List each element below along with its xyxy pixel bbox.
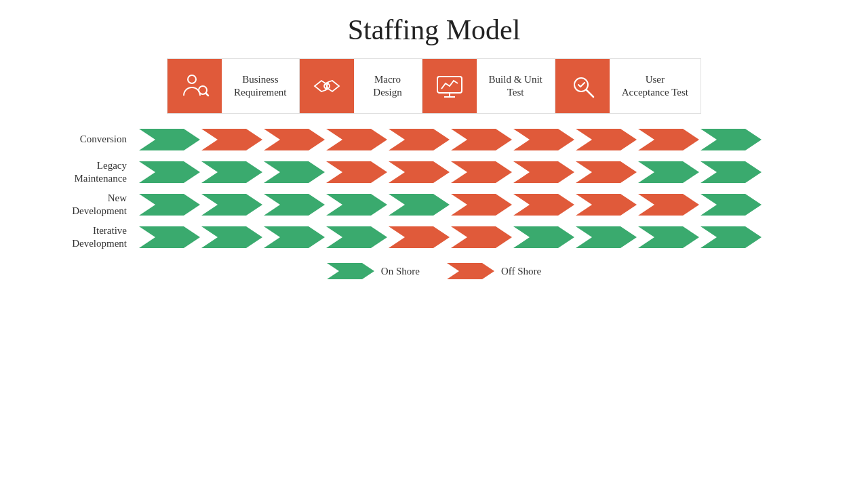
svg-marker-17 [638, 129, 699, 150]
offshore-arrow-icon [447, 260, 494, 282]
svg-marker-23 [389, 161, 450, 183]
svg-marker-13 [389, 129, 450, 150]
arrows-track [139, 159, 762, 186]
svg-marker-27 [638, 161, 699, 183]
svg-marker-47 [638, 226, 699, 248]
svg-marker-36 [576, 194, 637, 216]
svg-marker-9 [139, 129, 200, 150]
arrow-chevron [326, 159, 387, 186]
svg-marker-29 [139, 194, 200, 216]
arrows-track [139, 191, 762, 218]
onshore-arrow-icon [327, 260, 374, 282]
phase-business-req: BusinessRequirement [167, 59, 299, 113]
svg-marker-39 [139, 226, 200, 248]
arrow-chevron [638, 159, 699, 186]
data-row: IterativeDevelopment [27, 224, 848, 251]
svg-marker-34 [451, 194, 512, 216]
arrow-chevron [576, 224, 637, 251]
arrow-chevron [576, 191, 637, 218]
svg-marker-35 [513, 194, 574, 216]
phase-build-unit-test: Build & UnitTest [422, 59, 555, 113]
svg-marker-12 [326, 129, 387, 150]
phase-icon-business-req [167, 59, 222, 113]
arrow-chevron [513, 159, 574, 186]
svg-marker-43 [389, 226, 450, 248]
svg-marker-25 [513, 161, 574, 183]
arrow-chevron [326, 224, 387, 251]
arrow-chevron [638, 126, 699, 153]
phase-label-business-req: BusinessRequirement [222, 73, 298, 100]
arrow-chevron [513, 126, 574, 153]
arrow-chevron [201, 126, 262, 153]
arrow-chevron [326, 126, 387, 153]
page: Staffing Model BusinessRequirement [0, 0, 868, 488]
arrow-chevron [264, 126, 325, 153]
data-row: LegacyMaintenance [27, 159, 848, 186]
phases-header: BusinessRequirement MacroDesign [167, 58, 701, 114]
legend-onshore: On Shore [327, 260, 420, 282]
legend-offshore-label: Off Shore [501, 266, 541, 277]
arrow-chevron [389, 191, 450, 218]
arrow-chevron [576, 126, 637, 153]
svg-marker-49 [327, 263, 374, 279]
arrow-chevron [389, 126, 450, 153]
svg-marker-44 [451, 226, 512, 248]
arrows-track [139, 126, 762, 153]
phase-label-macro-design: MacroDesign [354, 73, 422, 100]
svg-marker-50 [447, 263, 494, 279]
arrow-chevron [139, 159, 200, 186]
arrow-chevron [201, 224, 262, 251]
svg-marker-21 [264, 161, 325, 183]
arrow-chevron [326, 191, 387, 218]
arrow-chevron [264, 191, 325, 218]
svg-marker-31 [264, 194, 325, 216]
monitor-chart-icon [435, 71, 465, 101]
svg-marker-24 [451, 161, 512, 183]
svg-point-0 [188, 75, 196, 83]
arrow-chevron [451, 126, 512, 153]
legend-onshore-label: On Shore [381, 266, 420, 277]
svg-marker-42 [326, 226, 387, 248]
svg-rect-4 [437, 77, 462, 93]
arrow-chevron [451, 191, 512, 218]
svg-marker-28 [701, 161, 762, 183]
svg-marker-32 [326, 194, 387, 216]
arrow-chevron [451, 159, 512, 186]
svg-marker-41 [264, 226, 325, 248]
magnify-gear-icon [568, 71, 597, 101]
svg-marker-33 [389, 194, 450, 216]
arrow-chevron [264, 224, 325, 251]
phase-icon-macro-design [300, 59, 354, 113]
arrow-chevron [139, 191, 200, 218]
svg-marker-45 [513, 226, 574, 248]
data-row: Conversion [27, 126, 848, 153]
arrow-chevron [638, 224, 699, 251]
arrow-chevron [389, 159, 450, 186]
arrow-chevron [576, 159, 637, 186]
arrow-chevron [513, 224, 574, 251]
svg-marker-20 [201, 161, 262, 183]
svg-marker-14 [451, 129, 512, 150]
arrow-chevron [201, 159, 262, 186]
svg-marker-30 [201, 194, 262, 216]
svg-marker-46 [576, 226, 637, 248]
arrow-chevron [139, 126, 200, 153]
svg-marker-11 [264, 129, 325, 150]
svg-line-8 [586, 90, 593, 98]
arrow-chevron [201, 191, 262, 218]
svg-marker-48 [701, 226, 762, 248]
svg-marker-40 [201, 226, 262, 248]
svg-marker-16 [576, 129, 637, 150]
phase-label-build-unit-test: Build & UnitTest [477, 73, 555, 100]
arrow-chevron [139, 224, 200, 251]
rows-section: ConversionLegacyMaintenanceNewDevelopmen… [20, 126, 848, 251]
arrow-chevron [701, 126, 762, 153]
arrows-track [139, 224, 762, 251]
row-label: LegacyMaintenance [27, 159, 139, 186]
phase-label-user-acceptance: UserAcceptance Test [610, 73, 701, 100]
phase-icon-user-acceptance [555, 59, 610, 113]
arrow-chevron [701, 191, 762, 218]
row-label: IterativeDevelopment [27, 224, 139, 251]
svg-marker-26 [576, 161, 637, 183]
legend: On Shore Off Shore [327, 260, 541, 282]
